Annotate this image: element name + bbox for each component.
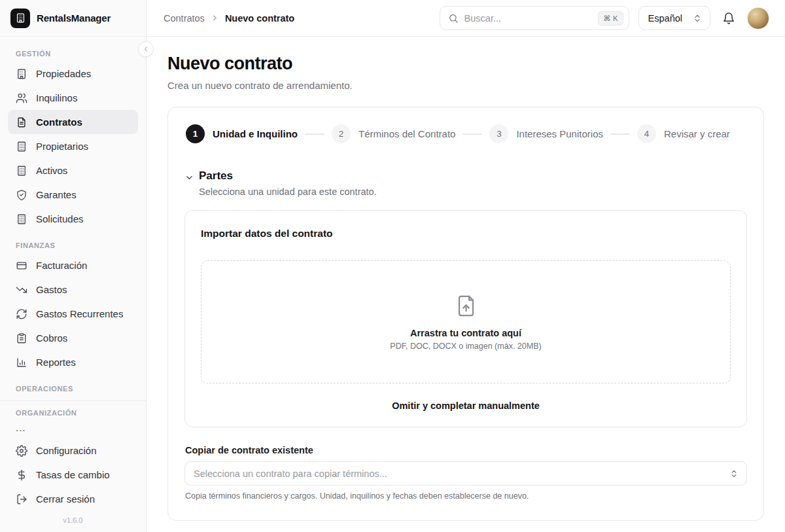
step-connector (610, 133, 630, 135)
chevrons-up-down-icon (729, 469, 739, 478)
page-title: Nuevo contrato (167, 54, 764, 74)
step-unidad-e-inquilino[interactable]: 1 Unidad e Inquilino (186, 124, 298, 143)
sidebar-divider (0, 400, 146, 401)
sidebar-item-tasas-de-cambio[interactable]: Tasas de cambio (8, 463, 138, 487)
contract-wizard-card: 1 Unidad e Inquilino 2 Términos del Cont… (167, 107, 764, 521)
step-number: 3 (489, 124, 508, 143)
file-upload-icon (454, 294, 478, 318)
app-version: v1.6.0 (8, 511, 138, 532)
chevrons-up-down-icon (693, 14, 702, 23)
section-label-gestion: GESTIÓN (8, 44, 138, 62)
notifications-button[interactable] (720, 9, 738, 27)
shield-check-icon (16, 189, 27, 201)
refresh-icon (16, 308, 27, 320)
skip-manual-button[interactable]: Omitir y completar manualmente (392, 400, 540, 411)
sidebar-item-gastos-recurrentes[interactable]: Gastos Recurrentes (8, 302, 138, 326)
page-content: Nuevo contrato Crea un nuevo contrato de… (147, 37, 785, 532)
copy-contract-helper: Copia términos financieros y cargos. Uni… (184, 491, 747, 501)
breadcrumb-current: Nuevo contrato (225, 13, 294, 24)
sidebar-item-inquilinos[interactable]: Inquilinos (8, 86, 138, 110)
dropzone-main-text: Arrastra tu contrato aquí (410, 328, 521, 338)
brand-name: RentalsManager (37, 12, 111, 24)
step-revisar-y-crear[interactable]: 4 Revisar y crear (637, 124, 730, 143)
bell-icon (722, 12, 735, 25)
partes-subtitle: Selecciona una unidad para este contrato… (199, 186, 747, 197)
section-label-operaciones: OPERACIONES (8, 380, 138, 397)
sidebar-item-configuracion[interactable]: Configuración (8, 438, 138, 463)
sidebar-item-garantes[interactable]: Garantes (8, 183, 138, 207)
step-intereses-punitorios[interactable]: 3 Intereses Punitorios (489, 124, 603, 143)
file-text-icon (16, 116, 27, 128)
search-icon (448, 13, 459, 24)
search-shortcut-badge: ⌘ K (598, 11, 623, 26)
file-dropzone[interactable]: Arrastra tu contrato aquí PDF, DOC, DOCX… (201, 260, 731, 383)
step-number: 4 (637, 124, 656, 143)
clipboard-icon (16, 332, 27, 344)
sidebar-footer: Configuración Tasas de cambio Cerrar ses… (8, 438, 138, 532)
app-logo-icon (10, 9, 30, 28)
chevron-down-icon (184, 173, 194, 183)
language-value: Español (648, 13, 682, 24)
sidebar-item-reportes[interactable]: Reportes (8, 350, 138, 374)
chevron-left-icon (142, 45, 150, 53)
sidebar-brand[interactable]: RentalsManager (0, 0, 146, 37)
trending-down-icon (16, 284, 27, 296)
sidebar-item-propiedades[interactable]: Propiedades (8, 62, 138, 86)
dollar-icon (16, 469, 27, 481)
sidebar-nav: GESTIÓN Propiedades Inquilinos Contratos… (0, 37, 146, 532)
search-box[interactable]: ⌘ K (440, 6, 629, 30)
header-actions: ⌘ K Español (440, 6, 769, 30)
partes-title: Partes (199, 169, 233, 183)
users-icon (16, 92, 27, 104)
copy-select-placeholder: Selecciona un contrato para copiar térmi… (194, 469, 729, 479)
breadcrumb-parent[interactable]: Contratos (164, 13, 205, 24)
copy-contract-label: Copiar de contrato existente (184, 445, 747, 455)
import-card-title: Importar datos del contrato (201, 228, 731, 239)
step-number: 2 (332, 124, 351, 143)
top-header: Contratos Nuevo contrato ⌘ K Español (147, 0, 785, 37)
step-connector (462, 133, 482, 135)
import-contract-card: Importar datos del contrato Arrastra tu … (184, 210, 747, 427)
step-terminos-del-contrato[interactable]: 2 Términos del Contrato (332, 124, 455, 143)
gear-icon (16, 445, 27, 457)
building-grid-icon (16, 141, 27, 152)
sidebar-item-cobros[interactable]: Cobros (8, 326, 138, 350)
credit-card-icon (16, 260, 27, 272)
building-icon (16, 68, 27, 80)
step-number: 1 (186, 124, 205, 143)
copy-contract-select[interactable]: Selecciona un contrato para copiar térmi… (184, 461, 747, 486)
chevron-right-icon (211, 14, 219, 22)
step-connector (305, 133, 324, 135)
sidebar-item-facturacion[interactable]: Facturación (8, 253, 138, 277)
logout-icon (16, 493, 27, 505)
bar-chart-icon (16, 357, 27, 368)
page-subtitle: Crea un nuevo contrato de arrendamiento. (167, 80, 764, 91)
building-grid-icon (16, 213, 27, 225)
sidebar-item-propietarios[interactable]: Propietarios (8, 134, 138, 158)
sidebar-collapse-button[interactable] (138, 41, 154, 57)
building-grid-icon (16, 165, 27, 177)
search-input[interactable] (464, 13, 593, 24)
sidebar-item-gastos[interactable]: Gastos (8, 277, 138, 302)
partes-section-toggle[interactable]: Partes (184, 169, 747, 183)
main-area: Contratos Nuevo contrato ⌘ K Español Nue… (147, 0, 785, 532)
sidebar-item-contratos[interactable]: Contratos (8, 110, 138, 134)
section-label-finanzas: FINANZAS (8, 236, 138, 253)
sidebar-item-activos[interactable]: Activos (8, 158, 138, 183)
sidebar-item-solicitudes[interactable]: Solicitudes (8, 207, 138, 231)
sidebar: RentalsManager GESTIÓN Propiedades Inqui… (0, 0, 147, 532)
user-avatar[interactable] (747, 7, 769, 29)
section-label-organizacion: ORGANIZACIÓN (8, 404, 138, 421)
breadcrumb: Contratos Nuevo contrato (164, 13, 294, 24)
language-select[interactable]: Español (638, 6, 710, 30)
wizard-stepper: 1 Unidad e Inquilino 2 Términos del Cont… (184, 124, 747, 143)
dropzone-hint-text: PDF, DOC, DOCX o imagen (máx. 20MB) (390, 342, 541, 351)
sidebar-item-cerrar-sesion[interactable]: Cerrar sesión (8, 487, 138, 511)
sidebar-item-organization-more[interactable]: ... (8, 421, 138, 433)
